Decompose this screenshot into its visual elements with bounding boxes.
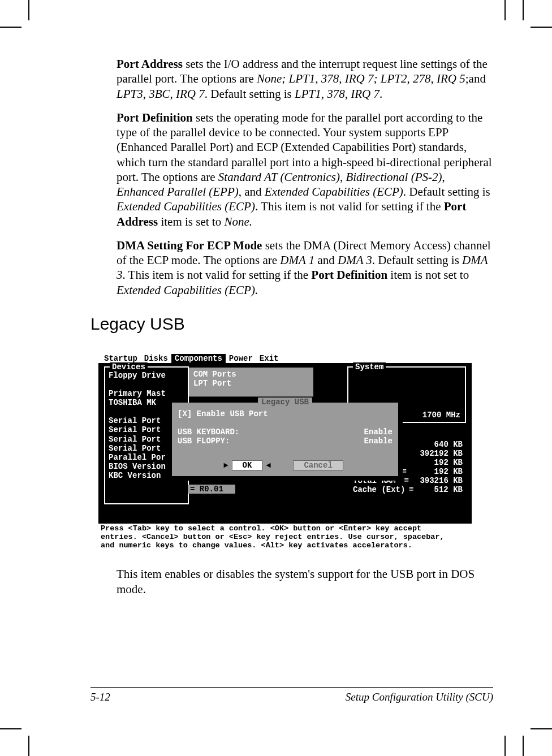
menu-components[interactable]: Components (171, 354, 226, 363)
total-ram-value: 393216 KB (417, 476, 463, 485)
menu-startup[interactable]: Startup (101, 354, 141, 363)
memory-value: 640 KB (417, 440, 463, 449)
cache-ext-value: 512 KB (417, 485, 463, 494)
paragraph-port-address: Port Address sets the I/O address and th… (117, 57, 492, 101)
paragraph-dma-setting: DMA Setting For ECP Mode sets the DMA (D… (117, 238, 492, 297)
ok-button[interactable]: OK (232, 460, 263, 470)
device-line: Floppy Drive (109, 371, 186, 380)
kbc-version-value: = R0.01 (188, 485, 235, 494)
cancel-button[interactable]: Cancel (293, 460, 343, 470)
footer-page-number: 5-12 (90, 691, 110, 703)
system-panel-title: System (353, 362, 386, 371)
enable-usb-port-checkbox[interactable]: [X] Enable USB Port (178, 409, 268, 418)
usb-keyboard-label: USB KEYBOARD: (178, 427, 239, 437)
menu-disks[interactable]: Disks (141, 354, 171, 363)
bios-menu-bar: StartupDisksComponentsPowerExit (98, 354, 472, 363)
device-line: Primary Mast (109, 389, 186, 398)
section-heading-legacy-usb: Legacy USB (90, 314, 492, 334)
submenu-com-ports[interactable]: COM Ports (193, 370, 309, 379)
cache-ext-label: Cache (Ext) (353, 485, 405, 494)
submenu-lpt-port[interactable]: LPT Port (193, 379, 309, 388)
bios-screenshot: StartupDisksComponentsPowerExit Devices … (98, 354, 492, 551)
menu-exit[interactable]: Exit (256, 354, 282, 363)
devices-panel-title: Devices (110, 362, 148, 371)
usb-floppy-label: USB FLOPPY: (178, 437, 230, 446)
system-cpu-speed: 1700 MHz (422, 411, 460, 420)
footer-title: Setup Configuration Utility (SCU) (346, 691, 493, 703)
memory-value: 392192 KB (417, 449, 463, 458)
paragraph-port-definition: Port Definition sets the operating mode … (117, 110, 492, 229)
components-submenu: COM Ports LPT Port (189, 368, 313, 397)
bios-status-bar: Press <Tab> key to select a control. <OK… (98, 524, 472, 551)
paragraph-legacy-usb-desc: This item enables or disables the system… (117, 567, 492, 597)
memory-value: 192 KB (417, 458, 463, 467)
usb-keyboard-value[interactable]: Enable (364, 427, 393, 437)
menu-power[interactable]: Power (226, 354, 256, 363)
memory-value: 192 KB (417, 467, 463, 476)
dialog-title: Legacy USB (258, 398, 312, 407)
legacy-usb-dialog: Legacy USB [X] Enable USB Port USB KEYBO… (172, 403, 398, 476)
usb-floppy-value[interactable]: Enable (364, 437, 393, 446)
page-footer: 5-12 Setup Configuration Utility (SCU) (90, 687, 493, 703)
